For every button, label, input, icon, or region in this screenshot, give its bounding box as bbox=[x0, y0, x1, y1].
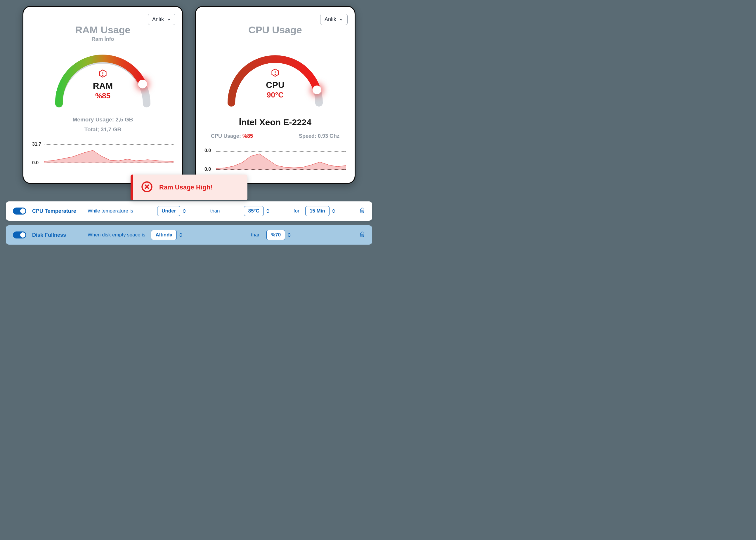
rule2-text2: than bbox=[251, 232, 261, 238]
trash-icon bbox=[359, 231, 365, 238]
rule2-title: Disk Fullness bbox=[32, 232, 82, 238]
ram-sparkline: 31.7 0.0 bbox=[32, 142, 173, 168]
rule1-delete-button[interactable] bbox=[359, 207, 365, 215]
ram-card-subtitle: Ram İnfo bbox=[32, 36, 173, 42]
svg-point-5 bbox=[275, 74, 276, 75]
alert-text: Ram Usage High! bbox=[159, 184, 212, 191]
cpu-period-label: Anlık bbox=[324, 16, 336, 23]
rule-cpu-temperature: CPU Temperature While temperature is Und… bbox=[6, 202, 372, 221]
rule1-title: CPU Temperature bbox=[32, 208, 82, 214]
trash-icon bbox=[359, 207, 365, 214]
ram-gauge: RAM %85 bbox=[47, 48, 158, 109]
ram-period-label: Anlık bbox=[152, 16, 164, 23]
ram-total: Total; 31,7 GB bbox=[32, 126, 173, 133]
rule2-condition-select[interactable]: Altında bbox=[151, 230, 177, 240]
rule2-delete-button[interactable] bbox=[359, 231, 365, 239]
chevron-down-icon bbox=[167, 18, 171, 22]
warning-hex-icon bbox=[271, 68, 280, 78]
cpu-y-top: 0.0 bbox=[205, 148, 211, 153]
ram-usage-card: Anlık RAM Usage Ram İnfo bbox=[23, 6, 183, 184]
ram-card-title: RAM Usage bbox=[32, 24, 173, 36]
rule1-threshold-stepper[interactable] bbox=[266, 209, 270, 213]
svg-point-2 bbox=[102, 75, 103, 75]
ram-y-top: 31.7 bbox=[32, 142, 41, 147]
cpu-usage-card: Anlık CPU Usage C bbox=[195, 6, 355, 184]
cpu-gauge-label: CPU bbox=[220, 80, 331, 90]
cpu-speed-stat: Speed: 0.93 Ghz bbox=[299, 133, 339, 139]
rule2-threshold-stepper[interactable] bbox=[287, 233, 291, 237]
rule1-text3: for bbox=[293, 208, 299, 214]
ram-y-bot: 0.0 bbox=[32, 160, 39, 166]
rule-disk-fullness: Disk Fullness When disk empty space is A… bbox=[6, 225, 372, 245]
rule2-condition-stepper[interactable] bbox=[179, 233, 183, 237]
cpu-card-title: CPU Usage bbox=[205, 24, 346, 36]
cpu-usage-stat: CPU Usage: %85 bbox=[211, 133, 253, 139]
error-circle-icon bbox=[141, 181, 153, 194]
cpu-gauge: CPU 90°C bbox=[220, 47, 331, 109]
cpu-model-name: İntel Xeon E-2224 bbox=[205, 117, 346, 127]
rule1-text1: While temperature is bbox=[88, 208, 133, 214]
rule1-condition-stepper[interactable] bbox=[183, 209, 186, 213]
ram-gauge-value: %85 bbox=[47, 91, 158, 100]
rule2-threshold-select[interactable]: %70 bbox=[267, 230, 285, 240]
rule1-duration-select[interactable]: 15 Min bbox=[305, 206, 329, 216]
rule2-toggle[interactable] bbox=[13, 231, 26, 238]
cpu-y-bot: 0.0 bbox=[205, 167, 211, 172]
ram-gauge-label: RAM bbox=[47, 81, 158, 91]
alert-banner[interactable]: Ram Usage High! bbox=[130, 175, 248, 200]
rule1-duration-stepper[interactable] bbox=[332, 209, 335, 213]
cpu-gauge-value: 90°C bbox=[220, 90, 331, 99]
ram-period-dropdown[interactable]: Anlık bbox=[148, 14, 175, 25]
rule1-threshold-select[interactable]: 85°C bbox=[244, 206, 264, 216]
rule1-toggle[interactable] bbox=[13, 207, 26, 214]
rule1-text2: than bbox=[210, 208, 220, 214]
rule1-condition-select[interactable]: Under bbox=[157, 206, 180, 216]
warning-hex-icon bbox=[98, 69, 107, 79]
rule2-text1: When disk empty space is bbox=[88, 232, 145, 238]
ram-memory-usage: Memory Usage: 2,5 GB bbox=[32, 116, 173, 123]
cpu-period-dropdown[interactable]: Anlık bbox=[320, 14, 348, 25]
chevron-down-icon bbox=[339, 18, 343, 22]
cpu-sparkline: 0.0 0.0 bbox=[205, 148, 346, 174]
